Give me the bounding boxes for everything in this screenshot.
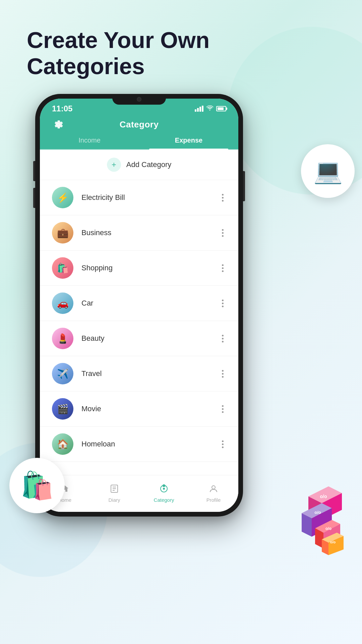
battery-icon xyxy=(216,106,226,111)
tab-income[interactable]: Income xyxy=(40,132,139,149)
category-list: ⚡ Electricity Bill 💼 Business xyxy=(40,180,238,462)
status-time: 11:05 xyxy=(52,104,72,113)
svg-point-21 xyxy=(163,488,165,490)
category-icon-homeloan: 🏠 xyxy=(52,433,73,455)
diary-icon xyxy=(110,484,118,495)
float-laptop-graphic: 💻 xyxy=(301,144,355,198)
more-button[interactable] xyxy=(219,404,226,414)
category-item: 🛍️ Shopping xyxy=(40,251,238,286)
category-icon-movie: 🎬 xyxy=(52,398,73,420)
tab-bar: Income Expense xyxy=(40,132,238,150)
more-button[interactable] xyxy=(219,333,226,344)
status-icons xyxy=(195,105,226,112)
category-icon-business: 💼 xyxy=(52,222,73,244)
float-chart-graphic: o/o o/o o/o o/o xyxy=(288,483,355,557)
settings-button[interactable] xyxy=(52,118,65,131)
camera xyxy=(137,97,141,102)
content-area: + Add Category ⚡ Electricity Bill xyxy=(40,150,238,475)
svg-text:o/o: o/o xyxy=(325,526,331,531)
more-button[interactable] xyxy=(219,263,226,273)
svg-text:o/o: o/o xyxy=(314,510,321,515)
category-name: Beauty xyxy=(81,334,219,343)
category-item: 🏠 Homeloan xyxy=(40,427,238,462)
more-button[interactable] xyxy=(219,298,226,309)
category-name: Homeloan xyxy=(81,440,219,448)
add-category-label: Add Category xyxy=(126,160,172,169)
svg-text:o/o: o/o xyxy=(320,494,327,499)
profile-icon xyxy=(209,484,218,495)
add-category-row[interactable]: + Add Category xyxy=(40,150,238,180)
svg-point-22 xyxy=(212,486,215,489)
phone-mockup: 11:05 xyxy=(35,94,243,517)
nav-profile[interactable]: Profile xyxy=(189,484,238,503)
category-item: 💼 Business xyxy=(40,215,238,251)
more-button[interactable] xyxy=(219,193,226,203)
category-name: Business xyxy=(81,228,219,237)
category-icon-shopping: 🛍️ xyxy=(52,257,73,279)
nav-diary[interactable]: Diary xyxy=(89,484,139,503)
app-bar: Category xyxy=(40,115,238,132)
category-name: Movie xyxy=(81,405,219,413)
category-icon-nav xyxy=(160,484,168,495)
category-name: Car xyxy=(81,299,219,308)
category-item: 🚗 Car xyxy=(40,286,238,321)
gear-icon xyxy=(53,120,63,130)
phone-notch xyxy=(112,94,166,105)
signal-icon xyxy=(195,106,203,112)
category-icon-car: 🚗 xyxy=(52,292,73,314)
nav-diary-label: Diary xyxy=(108,497,120,503)
nav-category[interactable]: Category xyxy=(139,484,189,503)
category-item: ✈️ Travel xyxy=(40,356,238,391)
bottom-nav: Home Diary xyxy=(40,475,238,512)
page-title: Create Your Own Categories xyxy=(27,27,209,79)
category-name: Travel xyxy=(81,369,219,378)
more-button[interactable] xyxy=(219,439,226,449)
category-item: 💄 Beauty xyxy=(40,321,238,356)
nav-profile-label: Profile xyxy=(206,497,221,503)
add-category-button[interactable]: + xyxy=(107,158,121,172)
category-name: Shopping xyxy=(81,264,219,272)
category-icon-beauty: 💄 xyxy=(52,328,73,349)
category-item: ⚡ Electricity Bill xyxy=(40,180,238,215)
nav-category-label: Category xyxy=(154,497,174,503)
svg-text:o/o: o/o xyxy=(330,540,336,544)
category-item: 🎬 Movie xyxy=(40,391,238,427)
app-title: Category xyxy=(120,119,159,130)
float-shopping-bag: 🛍️ xyxy=(9,458,65,513)
category-icon-travel: ✈️ xyxy=(52,363,73,384)
more-button[interactable] xyxy=(219,369,226,379)
wifi-icon xyxy=(206,105,214,112)
category-name: Electricity Bill xyxy=(81,193,219,202)
app-header: 11:05 xyxy=(40,99,238,150)
category-icon-electricity: ⚡ xyxy=(52,187,73,208)
tab-expense[interactable]: Expense xyxy=(139,132,238,149)
more-button[interactable] xyxy=(219,228,226,238)
